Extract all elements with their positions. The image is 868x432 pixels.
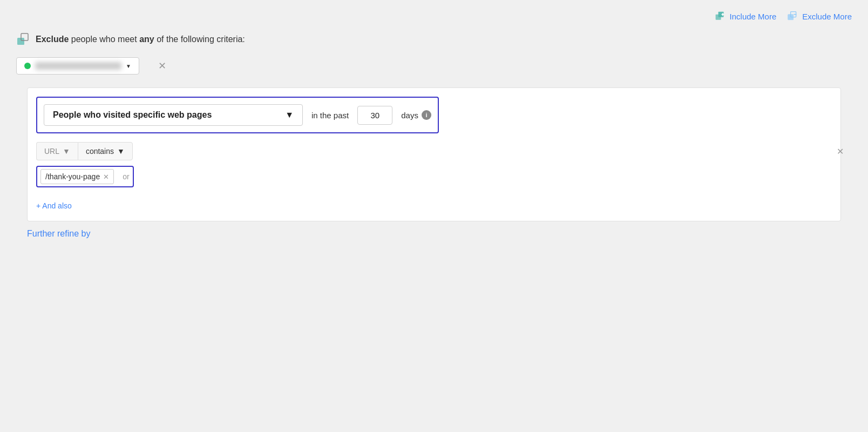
exclude-text2: people who meet xyxy=(71,35,137,44)
value-input-box[interactable]: /thank-you-page ✕ or xyxy=(36,166,134,187)
exclude-header-text: Exclude people who meet any of the follo… xyxy=(36,35,245,44)
include-more-button[interactable]: Include More xyxy=(715,11,777,22)
exclude-icon xyxy=(16,32,30,46)
exclude-more-label: Exclude More xyxy=(802,12,852,21)
top-actions-bar: Include More Exclude More xyxy=(16,11,852,22)
include-more-icon xyxy=(715,11,725,22)
exclude-text4: of the following criteria: xyxy=(157,35,245,44)
source-dropdown[interactable]: ▼ xyxy=(16,57,139,75)
url-type-dropdown[interactable]: URL ▼ xyxy=(36,142,78,160)
value-input-area: /thank-you-page ✕ or xyxy=(40,169,130,184)
and-also-button[interactable]: + And also xyxy=(36,199,72,212)
exclude-more-icon xyxy=(787,11,798,22)
url-chevron-icon: ▼ xyxy=(63,147,70,156)
source-chevron-icon: ▼ xyxy=(126,63,131,69)
close-source-button[interactable]: ✕ xyxy=(158,61,166,71)
or-label: or xyxy=(123,172,129,181)
days-label-wrapper: days i xyxy=(401,110,431,120)
in-the-past-label: in the past xyxy=(311,111,349,120)
contains-chevron-icon: ▼ xyxy=(117,147,125,156)
value-input-section: /thank-you-page ✕ or xyxy=(36,166,832,187)
source-name-blurred xyxy=(35,62,121,70)
contains-label: contains xyxy=(86,147,114,156)
criteria-selection-box: People who visited specific web pages ▼ … xyxy=(36,97,439,133)
url-label: URL xyxy=(44,147,59,156)
days-text-label: days xyxy=(401,111,418,120)
exclude-bold: Exclude xyxy=(36,35,69,44)
tag-pill-thank-you: /thank-you-page ✕ xyxy=(40,169,114,184)
filter-section: People who visited specific web pages ▼ … xyxy=(27,87,841,221)
days-input[interactable] xyxy=(357,106,392,125)
contains-operator-dropdown[interactable]: contains ▼ xyxy=(78,142,133,160)
tag-remove-button[interactable]: ✕ xyxy=(103,173,109,180)
criteria-dropdown-label: People who visited specific web pages xyxy=(53,110,212,120)
include-more-label: Include More xyxy=(730,12,777,21)
exclude-more-button[interactable]: Exclude More xyxy=(787,11,852,22)
close-filter-row-button[interactable]: ✕ xyxy=(832,144,848,159)
further-refine-label: Further refine by xyxy=(27,229,90,238)
tag-value-text: /thank-you-page xyxy=(45,172,100,181)
url-filter-row: URL ▼ contains ▼ ✕ xyxy=(36,142,832,160)
criteria-row: People who visited specific web pages ▼ … xyxy=(44,104,431,126)
exclude-header: Exclude people who meet any of the follo… xyxy=(16,32,852,46)
days-info-icon[interactable]: i xyxy=(422,110,431,120)
further-refine-button[interactable]: Further refine by xyxy=(27,221,90,239)
criteria-type-dropdown[interactable]: People who visited specific web pages ▼ xyxy=(44,104,303,126)
and-also-label: + And also xyxy=(36,201,72,210)
green-status-dot xyxy=(24,63,31,69)
criteria-chevron-icon: ▼ xyxy=(285,110,294,120)
exclude-any-bold: any xyxy=(139,35,154,44)
